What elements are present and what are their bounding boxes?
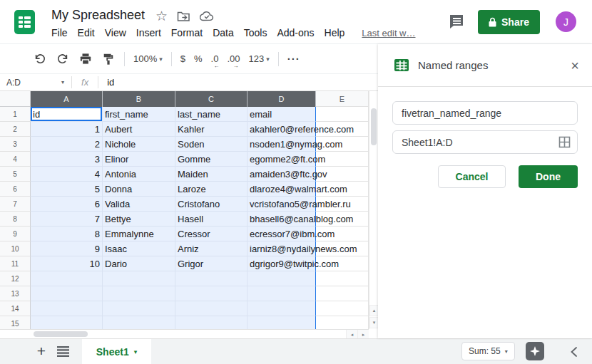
cell[interactable]: id xyxy=(31,107,103,122)
close-icon[interactable]: × xyxy=(571,58,579,73)
vertical-scrollbar[interactable]: ▴ ▾ xyxy=(369,91,378,329)
row-header[interactable]: 10 xyxy=(0,241,31,256)
cell[interactable]: Donna xyxy=(103,182,175,197)
cell[interactable]: Laroze xyxy=(175,182,247,197)
cell[interactable]: amaiden3@ftc.gov xyxy=(247,167,316,182)
document-title[interactable]: My Spreadsheet xyxy=(51,8,145,23)
cell[interactable]: iarniz8@nydailynews.com xyxy=(247,241,316,256)
cell[interactable] xyxy=(31,316,103,329)
cell[interactable]: nsoden1@nymag.com xyxy=(247,137,316,152)
row-header[interactable]: 2 xyxy=(0,122,31,137)
cell[interactable] xyxy=(316,152,369,167)
cell[interactable]: Isaac xyxy=(103,241,175,256)
menu-add-ons[interactable]: Add-ons xyxy=(277,27,314,38)
star-icon[interactable]: ☆ xyxy=(155,9,168,23)
row-header[interactable]: 1 xyxy=(0,107,31,122)
cell[interactable]: vcristofano5@rambler.ru xyxy=(247,197,316,212)
cell[interactable] xyxy=(316,227,369,241)
cell[interactable] xyxy=(316,212,369,227)
cell[interactable]: dgrigor9@twitpic.com xyxy=(247,256,316,271)
cell[interactable] xyxy=(316,197,369,212)
cell[interactable] xyxy=(247,301,316,316)
caret-down-icon[interactable]: ▾ xyxy=(61,79,64,85)
cell[interactable] xyxy=(247,271,316,286)
cell[interactable] xyxy=(316,137,369,152)
select-data-range-icon[interactable] xyxy=(558,136,571,148)
cell[interactable]: Bettye xyxy=(103,212,175,227)
cell[interactable]: egomme2@ft.com xyxy=(247,152,316,167)
cell[interactable]: email xyxy=(247,107,316,122)
select-all-corner[interactable] xyxy=(0,91,31,107)
cell[interactable]: Aubert xyxy=(103,122,175,137)
cell[interactable]: Soden xyxy=(175,137,247,152)
row-header[interactable]: 6 xyxy=(0,182,31,197)
cell[interactable]: 10 xyxy=(31,256,103,271)
cell[interactable]: Maiden xyxy=(175,167,247,182)
horizontal-scrollbar-thumb[interactable] xyxy=(34,331,88,337)
cell[interactable]: 2 xyxy=(31,137,103,152)
column-header-a[interactable]: A xyxy=(31,91,103,107)
cell[interactable]: Cressor xyxy=(175,227,247,241)
cell[interactable]: dlaroze4@walmart.com xyxy=(247,182,316,197)
menu-tools[interactable]: Tools xyxy=(244,27,267,38)
name-box[interactable]: A:D xyxy=(0,78,61,88)
cell[interactable]: bhasell6@canalblog.com xyxy=(247,212,316,227)
cell[interactable]: Hasell xyxy=(175,212,247,227)
column-header-c[interactable]: C xyxy=(175,91,247,107)
cell[interactable]: Nichole xyxy=(103,137,175,152)
format-percent-button[interactable]: % xyxy=(194,53,203,64)
avatar[interactable]: J xyxy=(556,11,576,32)
cell[interactable] xyxy=(316,241,369,256)
column-header-d[interactable]: D xyxy=(247,91,316,107)
cell[interactable] xyxy=(316,316,369,329)
cell[interactable]: 1 xyxy=(31,122,103,137)
cell[interactable]: first_name xyxy=(103,107,175,122)
row-header[interactable]: 15 xyxy=(0,316,31,329)
row-header[interactable]: 4 xyxy=(0,152,31,167)
cell[interactable]: last_name xyxy=(175,107,247,122)
cell[interactable] xyxy=(31,301,103,316)
cell[interactable] xyxy=(103,316,175,329)
cell[interactable] xyxy=(103,286,175,301)
sum-summary-button[interactable]: Sum: 55 ▾ xyxy=(461,342,515,360)
row-header[interactable]: 12 xyxy=(0,271,31,286)
menu-format[interactable]: Format xyxy=(171,27,203,38)
cell[interactable] xyxy=(175,316,247,329)
cell[interactable]: 7 xyxy=(31,212,103,227)
cell[interactable]: Cristofano xyxy=(175,197,247,212)
row-header[interactable]: 5 xyxy=(0,167,31,182)
cell[interactable]: ecressor7@ibm.com xyxy=(247,227,316,241)
row-header[interactable]: 7 xyxy=(0,197,31,212)
decrease-decimal-button[interactable]: .0 ← xyxy=(211,53,219,64)
move-folder-icon[interactable] xyxy=(177,11,190,22)
menu-data[interactable]: Data xyxy=(213,27,234,38)
undo-icon[interactable] xyxy=(33,52,47,66)
cell[interactable] xyxy=(247,316,316,329)
all-sheets-icon[interactable] xyxy=(57,346,69,357)
cell[interactable] xyxy=(316,301,369,316)
format-currency-button[interactable]: $ xyxy=(180,53,185,64)
cell[interactable]: Kahler xyxy=(175,122,247,137)
print-icon[interactable] xyxy=(78,52,93,66)
cell[interactable]: Dario xyxy=(103,256,175,271)
horizontal-scrollbar[interactable]: ◂ ▸ xyxy=(0,329,369,338)
column-header-b[interactable]: B xyxy=(103,91,175,107)
cell[interactable] xyxy=(175,286,247,301)
column-header-e[interactable]: E xyxy=(316,91,369,107)
cancel-button[interactable]: Cancel xyxy=(438,165,506,188)
cell[interactable]: akahler0@reference.com xyxy=(247,122,316,137)
cell[interactable] xyxy=(31,286,103,301)
range-ref-input[interactable] xyxy=(392,130,578,154)
formula-input[interactable]: id xyxy=(98,77,114,88)
cell[interactable] xyxy=(316,167,369,182)
sheet-tab[interactable]: Sheet1 ▾ xyxy=(82,339,151,364)
row-header[interactable]: 13 xyxy=(0,286,31,301)
cell[interactable]: Grigor xyxy=(175,256,247,271)
number-format-button[interactable]: 123 ▾ xyxy=(249,53,270,64)
cell[interactable] xyxy=(316,286,369,301)
row-header[interactable]: 3 xyxy=(0,137,31,152)
row-header[interactable]: 11 xyxy=(0,256,31,271)
cell[interactable]: 4 xyxy=(31,167,103,182)
cell[interactable] xyxy=(316,256,369,271)
cell[interactable] xyxy=(103,301,175,316)
